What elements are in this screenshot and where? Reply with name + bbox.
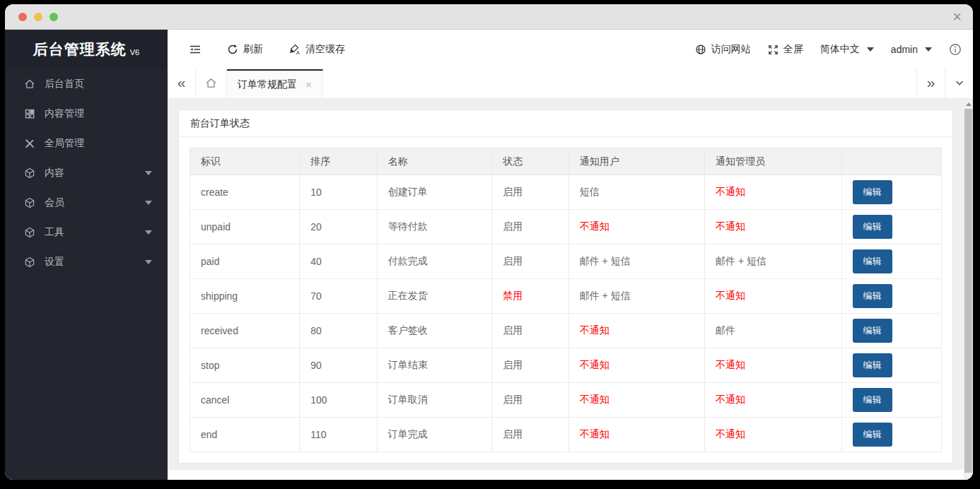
cell-status: 启用 [492, 418, 568, 452]
edit-button[interactable]: 编辑 [853, 423, 892, 447]
sidebar-item-label: 设置 [45, 256, 64, 269]
window-close-icon[interactable]: × [952, 4, 962, 30]
table-row: shipping 70 正在发货 禁用 邮件 + 短信 不通知 编辑 [190, 279, 942, 314]
cell-status: 启用 [492, 314, 568, 348]
panel-body: 标识排序名称状态通知用户通知管理员 create 10 创建订单 启用 短信 不… [179, 137, 952, 463]
cell-actions: 编辑 [841, 348, 941, 383]
app-version: V6 [130, 48, 139, 57]
app-logo: 后台管理系统 V6 [5, 30, 168, 69]
column-header: 排序 [300, 148, 377, 175]
cell-notify-admin: 不通知 [705, 418, 841, 452]
minimize-traffic-light[interactable] [34, 13, 42, 21]
maximize-traffic-light[interactable] [49, 13, 58, 21]
info-button[interactable] [949, 43, 962, 56]
sidebar-item-members[interactable]: 会员 [5, 188, 168, 218]
chevron-down-icon [145, 260, 152, 264]
sidebar-item-content[interactable]: 内容 [5, 158, 168, 188]
cell-sort: 40 [300, 245, 377, 279]
chevron-down-icon [145, 201, 152, 205]
column-header: 通知用户 [568, 148, 704, 175]
fullscreen-button[interactable]: 全屏 [768, 43, 803, 56]
cell-status: 启用 [492, 383, 568, 418]
cell-notify-admin: 不通知 [705, 383, 841, 418]
home-icon [205, 77, 217, 91]
cell-notify-user: 不通知 [568, 418, 704, 452]
sidebar-item-global-mgmt[interactable]: 全局管理 [5, 129, 168, 158]
tabs-scroll-left-button[interactable]: « [168, 69, 196, 98]
visit-site-button[interactable]: 访问网站 [695, 43, 751, 56]
scrollbar-thumb[interactable] [964, 109, 972, 473]
collapse-sidebar-button[interactable] [189, 44, 202, 55]
app-title: 后台管理系统 [33, 40, 127, 59]
cell-sort: 20 [300, 210, 377, 245]
outdent-icon [189, 44, 202, 55]
edit-button[interactable]: 编辑 [853, 249, 892, 273]
cell-actions: 编辑 [841, 175, 941, 210]
edit-button[interactable]: 编辑 [853, 353, 892, 377]
tabs-menu-button[interactable] [945, 69, 973, 98]
cell-name: 订单取消 [377, 383, 492, 418]
cell-name: 创建订单 [377, 175, 492, 210]
content-background: 前台订单状态 标识排序名称状态通知用户通知管理员 create 10 创建订单 … [168, 99, 964, 470]
tab-order-config[interactable]: 订单常规配置 × [227, 69, 323, 98]
home-icon [24, 78, 35, 90]
column-header: 状态 [492, 148, 568, 175]
username-label: admin [891, 44, 918, 55]
traffic-lights [5, 13, 58, 21]
tab-home[interactable] [196, 69, 227, 98]
cell-name: 正在发货 [377, 279, 492, 314]
sidebar-item-label: 会员 [45, 196, 64, 209]
cell-notify-user: 不通知 [568, 383, 704, 418]
cube-icon [24, 167, 35, 179]
edit-button[interactable]: 编辑 [853, 388, 892, 412]
user-dropdown[interactable]: admin [891, 44, 932, 55]
edit-button[interactable]: 编辑 [853, 215, 892, 239]
sidebar-item-settings[interactable]: 设置 [5, 247, 168, 277]
order-status-table: 标识排序名称状态通知用户通知管理员 create 10 创建订单 启用 短信 不… [189, 148, 942, 452]
cell-name: 等待付款 [377, 210, 492, 245]
edit-button[interactable]: 编辑 [853, 180, 892, 204]
edit-button[interactable]: 编辑 [853, 319, 892, 343]
cell-name: 订单完成 [377, 418, 492, 452]
cell-key: end [190, 418, 300, 452]
column-header: 通知管理员 [705, 148, 841, 175]
cell-actions: 编辑 [841, 314, 941, 348]
cell-status: 启用 [492, 210, 568, 245]
clear-cache-button[interactable]: A 清空缓存 [288, 43, 345, 56]
brush-icon: A [288, 44, 301, 55]
sidebar-item-content-mgmt[interactable]: 内容管理 [5, 99, 168, 129]
table-row: paid 40 付款完成 启用 邮件 + 短信 邮件 + 短信 编辑 [190, 245, 942, 279]
app-window: × 后台管理系统 V6 后台首页 [5, 4, 973, 480]
table-row: cancel 100 订单取消 启用 不通知 不通知 编辑 [190, 383, 942, 418]
sidebar-item-dashboard[interactable]: 后台首页 [5, 69, 168, 99]
cell-notify-user: 不通知 [568, 314, 704, 348]
edit-button[interactable]: 编辑 [853, 284, 892, 308]
chevron-down-icon [925, 47, 932, 52]
sidebar-item-label: 后台首页 [45, 78, 84, 90]
visit-site-label: 访问网站 [711, 43, 751, 56]
chevron-down-icon [955, 78, 964, 90]
cell-actions: 编辑 [841, 279, 941, 314]
scrollbar-up-arrow-icon[interactable] [964, 99, 973, 109]
toolbar: 刷新 A 清空缓存 [168, 30, 973, 69]
chevron-down-icon [145, 171, 152, 175]
cell-name: 客户签收 [377, 314, 492, 348]
sidebar-item-tools[interactable]: 工具 [5, 218, 168, 247]
cell-name: 付款完成 [377, 245, 492, 279]
cell-status: 启用 [492, 348, 568, 383]
tabs-scroll-right-button[interactable]: » [916, 69, 945, 98]
close-traffic-light[interactable] [18, 13, 27, 21]
cell-key: create [190, 175, 300, 210]
cell-sort: 110 [300, 418, 377, 452]
tab-close-icon[interactable]: × [305, 78, 312, 90]
cube-icon [24, 257, 35, 268]
svg-text:A: A [296, 50, 300, 55]
panel-title: 前台订单状态 [179, 110, 952, 137]
cell-notify-admin: 不通知 [705, 210, 841, 245]
vertical-scrollbar[interactable] [964, 99, 973, 480]
cell-key: shipping [190, 279, 300, 314]
refresh-button[interactable]: 刷新 [227, 43, 263, 56]
cell-actions: 编辑 [841, 210, 941, 245]
language-dropdown[interactable]: 简体中文 [820, 43, 874, 56]
cell-sort: 70 [300, 279, 377, 314]
